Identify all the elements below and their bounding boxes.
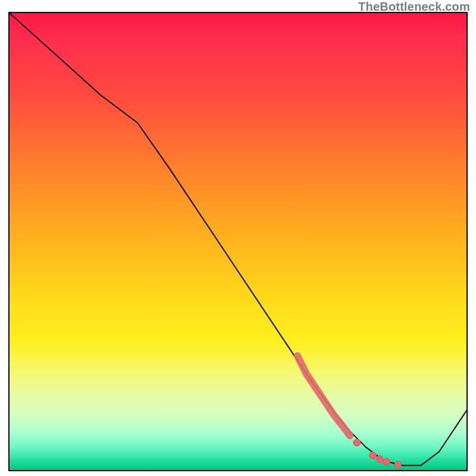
bottleneck-curve	[10, 13, 466, 465]
highlighted-segment	[298, 356, 350, 436]
curve-marker	[376, 456, 383, 463]
chart-frame: TheBottleneck.com	[0, 0, 476, 476]
plot-area	[8, 12, 468, 471]
curve-marker	[394, 461, 402, 468]
curve-marker	[369, 452, 377, 459]
curve-layer	[10, 13, 466, 470]
curve-marker	[353, 439, 361, 446]
marker-group	[353, 439, 402, 468]
curve-marker	[383, 458, 390, 465]
